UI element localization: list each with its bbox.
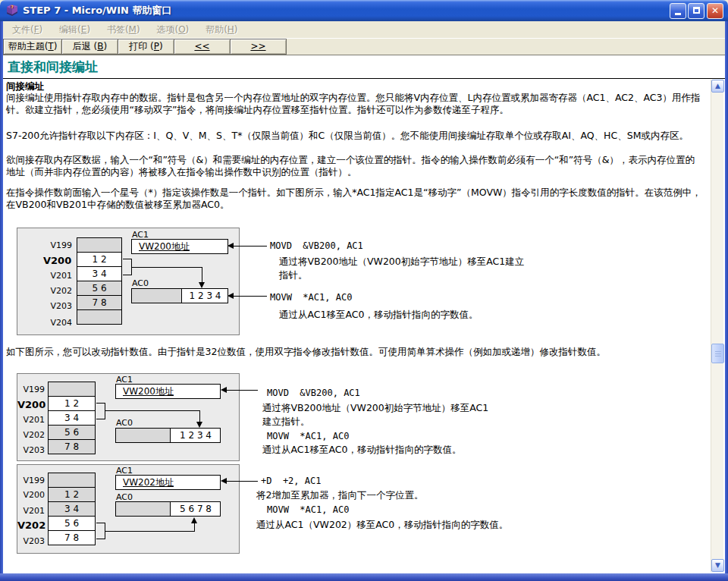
- diagram-1: V199 V200 V201 V202 V203 V204 1 2 3 4 5 …: [17, 228, 240, 335]
- paragraph-4: 在指令操作数前面输入一个星号（*）指定该操作数是一个指针。如下图所示，输入*AC…: [6, 187, 702, 211]
- menu-bar: 文件(F) 编辑(E) 书签(M) 选项(O) 帮助(H): [3, 21, 725, 38]
- back-button[interactable]: 后退 (B): [61, 39, 118, 55]
- word-bracket: [96, 523, 105, 539]
- menu-options[interactable]: 选项(O): [152, 21, 193, 39]
- ac0-box: 5 6 7 8: [115, 501, 221, 517]
- mem-cell: 3 4: [48, 501, 96, 517]
- mem-cell: 1 2: [77, 252, 122, 267]
- browse-next-button[interactable]: >>: [230, 39, 287, 55]
- window-border-right: [725, 21, 728, 581]
- page-title: 直接和间接编址: [8, 58, 98, 76]
- scroll-down-button[interactable]: ▼: [711, 559, 724, 572]
- code-movw: MOVW *AC1, AC0: [270, 292, 352, 303]
- mem-label: V202: [46, 286, 72, 296]
- mem-cell: 1 2: [48, 487, 96, 502]
- mem-cell: 7 8: [48, 439, 96, 454]
- menu-help[interactable]: 帮助(H): [201, 21, 242, 39]
- mem-cell: [77, 309, 122, 325]
- maximize-icon: [693, 7, 700, 14]
- print-button[interactable]: 打印 (P): [118, 39, 174, 55]
- mem-label: V203: [46, 301, 72, 311]
- diagram-2b: V199 V200 V201 V202 V203 1 2 3 4 5 6 7 8…: [17, 464, 240, 554]
- close-icon: ✕: [711, 5, 719, 16]
- ac1-box: VW202地址: [115, 475, 221, 490]
- scroll-up-icon: ▲: [715, 82, 720, 90]
- svg-text:?: ?: [11, 5, 13, 9]
- vertical-scrollbar[interactable]: ▲ ▼: [711, 80, 723, 572]
- mem-label: V200: [19, 490, 45, 500]
- pointer-line: [105, 531, 195, 532]
- mem-cell: 5 6: [48, 516, 96, 531]
- annotation: 通过从AC1（VW202）移至AC0，移动指针指向的字数值。: [256, 519, 508, 532]
- annotation: 通过从AC1移至AC0，移动指针指向的字数值。: [279, 309, 479, 322]
- minimize-icon: [675, 13, 681, 15]
- mem-label: V201: [46, 271, 72, 281]
- browse-prev-button[interactable]: <<: [174, 39, 231, 55]
- mem-label: V199: [19, 385, 45, 394]
- code-movw: MOVW *AC1, AC0: [267, 431, 349, 441]
- paragraph-5: 如下图所示，您可以改动指针数值。由于指针是32位数值，使用双字指令修改指针数值。…: [6, 346, 702, 358]
- code-movd: MOVD &VB200, AC1: [270, 240, 363, 251]
- annotation: 建立指针。: [262, 416, 310, 429]
- scroll-down-icon: ▼: [715, 561, 720, 569]
- paragraph-3: 欲间接存取内存区数据，输入一个“和”符号（&）和需要编址的内存位置，建立一个该位…: [6, 154, 702, 178]
- menu-bookmark[interactable]: 书签(M): [102, 21, 145, 39]
- ac0-box: 1 2 3 4: [131, 288, 228, 303]
- ac1-box: VW200地址: [115, 384, 221, 399]
- arrow-left-icon: [221, 387, 227, 393]
- annotation: 通过从AC1移至AC0，移动指针指向的字数值。: [262, 444, 462, 457]
- mem-cell: 3 4: [77, 266, 122, 281]
- callout-line: [226, 390, 258, 391]
- arrow-left-icon: [228, 243, 234, 249]
- pointer-line: [202, 267, 202, 283]
- menu-edit[interactable]: 编辑(E): [55, 21, 95, 39]
- mem-cell: 3 4: [48, 410, 96, 426]
- mem-label: V201: [19, 506, 45, 516]
- subheading: 间接编址: [6, 80, 44, 93]
- ac1-box: VW200地址: [131, 239, 228, 254]
- window-border-bottom: [0, 573, 728, 581]
- help-content: 间接编址 间接编址使用指针存取内存中的数据。指针是包含另一个内存位置地址的双字内…: [3, 79, 725, 573]
- ac0-box: 1 2 3 4: [115, 428, 221, 443]
- callout-line: [226, 481, 258, 482]
- code-movd: MOVD &VB200, AC1: [267, 388, 360, 398]
- mem-label: V200: [17, 399, 43, 410]
- pointer-line: [194, 523, 195, 532]
- arrow-left-icon: [228, 293, 234, 299]
- mem-label: V203: [19, 536, 45, 546]
- mem-label: V204: [46, 318, 72, 328]
- maximize-button[interactable]: [688, 3, 704, 19]
- mem-label: V201: [19, 415, 45, 425]
- menu-file[interactable]: 文件(F): [8, 21, 47, 39]
- scroll-up-button[interactable]: ▲: [711, 80, 724, 93]
- arrow-up-icon: [191, 517, 197, 523]
- mem-label: V199: [19, 476, 45, 485]
- title-bar[interactable]: ? STEP 7 - Micro/WIN 帮助窗口 ✕: [0, 0, 728, 21]
- diagram-2a: V199 V200 V201 V202 V203 1 2 3 4 5 6 7 8…: [17, 373, 240, 461]
- scrollbar-thumb[interactable]: [711, 344, 724, 363]
- minimize-button[interactable]: [670, 3, 686, 19]
- mem-cell: [77, 237, 122, 253]
- annotation: 指针。: [279, 269, 308, 282]
- arrow-down-icon: [196, 422, 202, 428]
- annotation: 通过将VB200地址（VW200初始字节地址）移至AC1: [262, 402, 488, 415]
- pointer-line: [199, 410, 200, 422]
- mem-cell: [48, 473, 96, 488]
- paragraph-2: S7-200允许指针存取以下内存区：I、Q、V、M、S、T*（仅限当前值）和C（…: [6, 130, 702, 142]
- callout-line: [234, 296, 267, 297]
- mem-label: V202: [17, 520, 43, 531]
- mem-cell: [48, 382, 96, 397]
- help-window: ? STEP 7 - Micro/WIN 帮助窗口 ✕ 文件(F) 编辑(E) …: [0, 0, 728, 581]
- nonscroll-header: 直接和间接编址: [3, 55, 725, 79]
- close-button[interactable]: ✕: [707, 3, 723, 19]
- mem-label: V203: [19, 445, 45, 455]
- ac0-label: AC0: [116, 418, 133, 428]
- pointer-line: [105, 410, 199, 411]
- arrow-down-icon: [199, 282, 205, 288]
- word-bracket: [123, 259, 132, 275]
- help-topics-button[interactable]: 帮助主题(T): [3, 39, 62, 55]
- callout-line: [234, 246, 267, 247]
- ac0-label: AC0: [132, 278, 149, 288]
- arrow-left-icon: [221, 478, 227, 484]
- button-bar: 帮助主题(T) 后退 (B) 打印 (P) << >>: [3, 38, 725, 55]
